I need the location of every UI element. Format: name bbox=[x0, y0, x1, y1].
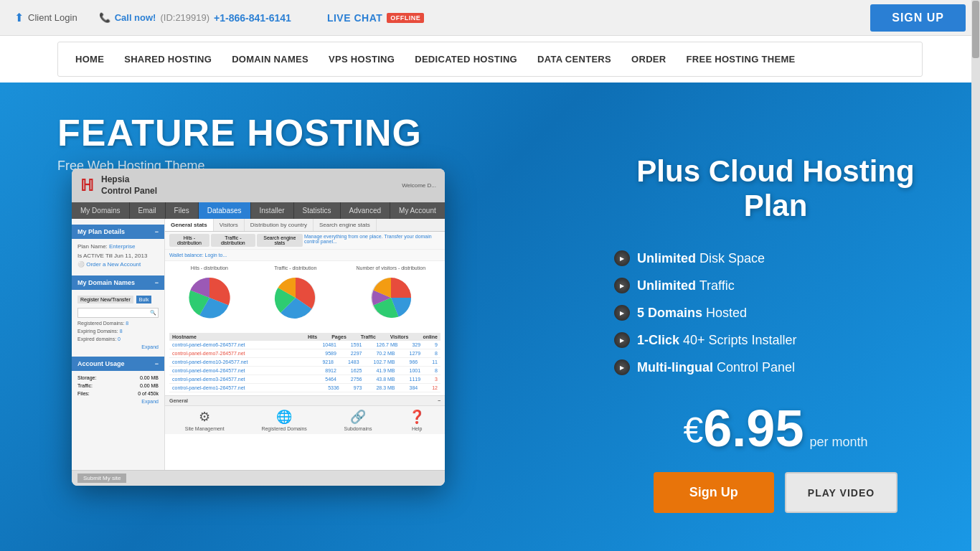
col-visitors: Visitors bbox=[390, 334, 409, 339]
live-chat-label: LIVE CHAT bbox=[327, 12, 382, 24]
hero-signup-button[interactable]: Sign Up bbox=[654, 472, 774, 513]
cp-tab-visitors[interactable]: Visitors bbox=[214, 219, 245, 231]
cp-help[interactable]: ❓ Help bbox=[409, 409, 425, 431]
play-video-button[interactable]: PLAY VIDEO bbox=[785, 472, 897, 513]
help-icon: ❓ bbox=[409, 409, 425, 425]
cp-wallet-link[interactable]: Wallet balance: Login to... bbox=[169, 253, 227, 258]
phone-icon: 📞 bbox=[99, 12, 110, 23]
cp-register-row: Register New/Transfer Bulk bbox=[72, 293, 164, 306]
table-row: control-panel-demo1-264577.net533697328.… bbox=[169, 384, 440, 392]
feature-item: Unlimited Traffic bbox=[614, 272, 937, 299]
cp-site-management[interactable]: ⚙ Site Management bbox=[185, 409, 225, 431]
cp-tab-general[interactable]: General stats bbox=[165, 219, 214, 231]
call-label: Call now! bbox=[115, 12, 156, 23]
cp-subdomains[interactable]: 🔗 Subdomains bbox=[344, 409, 372, 431]
scrollbar[interactable] bbox=[971, 0, 980, 551]
feature-bullet-2 bbox=[614, 278, 630, 293]
traffic-pie bbox=[270, 273, 321, 323]
cp-nav-databases[interactable]: Databases bbox=[199, 202, 250, 219]
traffic-chart: Traffic - distribution bbox=[270, 265, 321, 326]
feature-bullet-3 bbox=[614, 305, 630, 321]
feature-bullet-1 bbox=[614, 250, 630, 266]
feature-bold-2: Unlimited bbox=[637, 278, 696, 293]
cp-nav-mydomains[interactable]: My Domains bbox=[72, 202, 129, 219]
nav-item-order[interactable]: ORDER bbox=[621, 42, 676, 76]
nav-link-datacenters[interactable]: DATA CENTERS bbox=[527, 42, 621, 76]
cp-header: ℍ Hepsia Control Panel Welcome D... bbox=[72, 169, 445, 202]
nav-item-vps[interactable]: VPS HOSTING bbox=[319, 42, 405, 76]
nav-link-domains[interactable]: DOMAIN NAMES bbox=[222, 42, 319, 76]
nav-link-shared[interactable]: SHARED HOSTING bbox=[114, 42, 222, 76]
cp-expand-link[interactable]: Expand bbox=[72, 343, 164, 351]
cp-nav-files[interactable]: Files bbox=[166, 202, 198, 219]
cp-brand-line2: Control Panel bbox=[101, 186, 157, 197]
cp-traffic: Traffic: 0.00 MB bbox=[72, 382, 164, 390]
submit-site-btn[interactable]: Submit My site bbox=[77, 474, 126, 483]
cp-plan-name: Plan Name: Enterprise bbox=[72, 242, 164, 251]
cp-content: My Plan Details − Plan Name: Enterprise … bbox=[72, 219, 445, 470]
table-row: control-panel-demo10-264577.net921814831… bbox=[169, 358, 440, 367]
cp-nav-statistics[interactable]: Statistics bbox=[294, 202, 340, 219]
price-per: per month bbox=[809, 435, 867, 449]
nav-link-home[interactable]: HOME bbox=[65, 42, 114, 76]
nav-item-dedicated[interactable]: DEDICATED HOSTING bbox=[405, 42, 527, 76]
registered-domains-icon: 🌐 bbox=[261, 409, 306, 425]
cp-registered-domains: Registered Domains: 8 bbox=[72, 319, 164, 327]
price-display: €6.95per month bbox=[614, 402, 937, 454]
hero-right-panel: Plus Cloud Hosting Plan Unlimited Disk S… bbox=[614, 154, 937, 513]
table-row: control-panel-demo6-264577.net1048115911… bbox=[169, 341, 440, 349]
feature-bold-1: Unlimited bbox=[637, 251, 696, 265]
plan-title: Plus Cloud Hosting Plan bbox=[614, 154, 937, 223]
nav-list: HOME SHARED HOSTING DOMAIN NAMES VPS HOS… bbox=[58, 42, 922, 76]
nav-link-theme[interactable]: FREE HOSTING THEME bbox=[676, 42, 805, 76]
nav-link-dedicated[interactable]: DEDICATED HOSTING bbox=[405, 42, 527, 76]
cp-tab-distribution[interactable]: Distribution by country bbox=[245, 219, 314, 231]
col-traffic: Traffic bbox=[361, 334, 376, 339]
client-login-link[interactable]: ⬆ Client Login bbox=[14, 11, 77, 24]
cp-expired-domains: Expired domains: 0 bbox=[72, 335, 164, 343]
cp-welcome: Welcome D... bbox=[402, 182, 436, 189]
login-icon: ⬆ bbox=[14, 11, 24, 24]
nav-item-theme[interactable]: FREE HOSTING THEME bbox=[676, 42, 805, 76]
phone-number: +1-866-841-6141 bbox=[214, 12, 291, 24]
cp-brand-line1: Hepsia bbox=[101, 174, 157, 186]
feature-bold-3: 5 Domains bbox=[637, 306, 702, 320]
table-row: control-panel-demo4-264577.net8912162541… bbox=[169, 367, 440, 375]
visitors-label: Number of visitors - distribution bbox=[357, 265, 425, 270]
pricing-section: €6.95per month bbox=[614, 402, 937, 454]
cp-data-table: Hostname Hits Pages Traffic Visitors onl… bbox=[165, 330, 445, 395]
col-pages: Pages bbox=[331, 334, 347, 339]
nav-item-shared[interactable]: SHARED HOSTING bbox=[114, 42, 222, 76]
hero-title: FEATURE HOSTING bbox=[57, 111, 923, 154]
cp-general-toggle: − bbox=[438, 398, 440, 403]
cp-order-link[interactable]: ⚪ Order a New Account bbox=[72, 260, 164, 268]
cp-expand-usage[interactable]: Expand bbox=[72, 397, 164, 405]
feature-item: Unlimited Disk Space bbox=[614, 245, 937, 272]
nav-item-domains[interactable]: DOMAIN NAMES bbox=[222, 42, 319, 76]
cp-visitors-btn[interactable]: Search engine stats bbox=[257, 234, 303, 247]
features-list: Unlimited Disk Space Unlimited Traffic 5… bbox=[614, 245, 937, 381]
cp-nav-advanced[interactable]: Advanced bbox=[341, 202, 390, 219]
nav-link-vps[interactable]: VPS HOSTING bbox=[319, 42, 405, 76]
client-login-label: Client Login bbox=[28, 12, 77, 23]
visitors-pie bbox=[366, 273, 416, 323]
cp-hits-btn[interactable]: Hits - distribution bbox=[169, 234, 209, 247]
call-now: 📞 Call now! (ID:219919) +1-866-841-6141 bbox=[99, 12, 291, 24]
cp-nav-installer[interactable]: Installer bbox=[251, 202, 293, 219]
cp-registered-domains-icon[interactable]: 🌐 Registered Domains bbox=[261, 409, 306, 431]
cp-files: Files: 0 of 450k bbox=[72, 390, 164, 397]
nav-link-order[interactable]: ORDER bbox=[621, 42, 676, 76]
feature-rest-1: Disk Space bbox=[696, 251, 765, 265]
charts-area: Hits - distribution Traffic - distributi… bbox=[165, 261, 445, 330]
cp-tab-search[interactable]: Search engine stats bbox=[314, 219, 377, 231]
cp-nav-myaccount[interactable]: My Account bbox=[390, 202, 445, 219]
scrollbar-thumb[interactable] bbox=[972, 1, 979, 58]
cp-nav-email[interactable]: Email bbox=[130, 202, 165, 219]
nav-item-home[interactable]: HOME bbox=[65, 42, 114, 76]
cp-traffic-btn[interactable]: Traffic - distribution bbox=[211, 234, 255, 247]
live-chat-section[interactable]: LIVE CHAT OFFLINE bbox=[327, 12, 424, 24]
cp-manage-link[interactable]: Manage everything from one place. Transf… bbox=[304, 234, 440, 247]
col-online: online bbox=[423, 334, 438, 339]
signup-button[interactable]: SIGN UP bbox=[870, 4, 966, 32]
nav-item-datacenters[interactable]: DATA CENTERS bbox=[527, 42, 621, 76]
